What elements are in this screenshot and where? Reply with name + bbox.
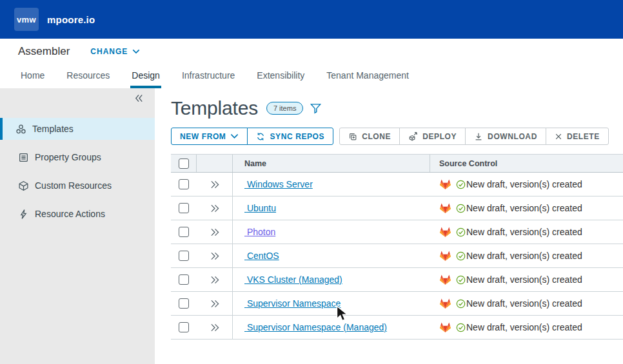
check-circle-icon [456, 323, 466, 332]
toolbar-primary-group: NEW FROMSYNC REPOS [171, 128, 333, 145]
page-title: Templates [171, 97, 258, 119]
sidebar-item-templates[interactable]: Templates [0, 118, 155, 140]
tab-resources[interactable]: Resources [65, 64, 111, 88]
template-name-link[interactable]: VKS Cluster (Managed) [244, 274, 342, 285]
table-header-row: Name Source Control [171, 154, 623, 173]
clone-icon [348, 132, 357, 141]
sidebar-item-label: Property Groups [35, 152, 101, 162]
resource-actions-icon [18, 209, 29, 220]
new-from-button[interactable]: NEW FROM [171, 128, 248, 145]
app-name: Assembler [18, 45, 70, 58]
change-app-button[interactable]: CHANGE [90, 47, 140, 56]
source-control-status: New draft, version(s) created [466, 227, 582, 237]
tab-tenant-management[interactable]: Tenant Management [325, 64, 410, 88]
main-content: Templates 7 items NEW FROMSYNC REPOS CLO… [155, 88, 623, 364]
sync-icon [256, 132, 265, 141]
collapse-sidebar-icon[interactable] [134, 93, 144, 106]
template-name-link[interactable]: CentOS [244, 251, 279, 261]
clone-button[interactable]: CLONE [339, 128, 400, 145]
button-label: DELETE [567, 132, 600, 141]
tab-home[interactable]: Home [19, 64, 46, 88]
button-label: DEPLOY [422, 132, 457, 141]
expand-row-icon[interactable] [210, 252, 220, 260]
gitlab-icon [439, 298, 451, 309]
template-name-link[interactable]: Photon [244, 227, 275, 237]
property-groups-icon [18, 152, 29, 163]
row-checkbox[interactable] [179, 251, 189, 261]
table-row: Windows ServerNew draft, version(s) crea… [171, 173, 623, 196]
tab-infrastructure[interactable]: Infrastructure [181, 64, 236, 88]
vmw-logo-text: vmw [17, 15, 36, 24]
tab-extensibility[interactable]: Extensibility [255, 64, 306, 88]
check-circle-icon [456, 299, 466, 309]
check-circle-icon [456, 251, 466, 261]
gitlab-icon [439, 202, 451, 214]
row-checkbox[interactable] [179, 179, 189, 189]
chevron-down-icon [132, 47, 140, 56]
items-count-badge: 7 items [266, 102, 303, 115]
expand-row-icon[interactable] [210, 300, 220, 308]
gitlab-icon [439, 226, 451, 238]
select-all-checkbox[interactable] [179, 158, 189, 169]
check-circle-icon [456, 204, 466, 213]
chevron-down-icon [230, 133, 239, 139]
vmw-logo[interactable]: vmw [14, 8, 39, 31]
change-label: CHANGE [90, 47, 128, 56]
table-row: Supervisor Namespace (Managed)New draft,… [171, 316, 623, 340]
button-label: SYNC REPOS [270, 132, 324, 141]
row-checkbox[interactable] [179, 322, 189, 332]
sync-repos-button[interactable]: SYNC REPOS [247, 128, 333, 145]
download-icon [474, 132, 483, 141]
sidebar-item-property-groups[interactable]: Property Groups [0, 146, 155, 168]
table-row: VKS Cluster (Managed)New draft, version(… [171, 268, 623, 292]
expand-row-icon[interactable] [210, 323, 220, 332]
check-circle-icon [456, 180, 466, 189]
source-control-status: New draft, version(s) created [466, 322, 582, 332]
expand-row-icon[interactable] [210, 276, 220, 284]
toolbar: NEW FROMSYNC REPOS CLONEDEPLOYDOWNLOADDE… [171, 128, 623, 145]
template-name-link[interactable]: Supervisor Namespace (Managed) [244, 322, 387, 332]
template-name-link[interactable]: Supervisor Namespace [244, 298, 341, 309]
templates-icon [15, 124, 26, 135]
row-checkbox[interactable] [179, 227, 189, 237]
template-name-link[interactable]: Ubuntu [244, 203, 276, 213]
tab-design[interactable]: Design [130, 64, 161, 88]
templates-table: Name Source Control Windows ServerNew dr… [171, 154, 623, 340]
row-checkbox[interactable] [179, 203, 189, 213]
gitlab-icon [439, 321, 451, 333]
delete-button[interactable]: DELETE [546, 128, 609, 145]
sidebar-item-custom-resources[interactable]: Custom Resources [0, 175, 155, 196]
app-header: Assembler CHANGE [0, 39, 623, 64]
download-button[interactable]: DOWNLOAD [465, 128, 546, 145]
gitlab-icon [439, 274, 451, 285]
expand-row-icon[interactable] [210, 180, 220, 189]
sidebar-item-label: Resource Actions [35, 209, 105, 219]
sidebar-item-label: Templates [32, 124, 74, 134]
sidebar-item-label: Custom Resources [35, 180, 112, 191]
expand-row-icon[interactable] [210, 228, 220, 236]
app-window: vmw mpoore.io Assembler CHANGE HomeResou… [0, 0, 623, 364]
button-label: CLONE [362, 132, 391, 141]
filter-funnel-icon[interactable] [310, 103, 322, 114]
row-checkbox[interactable] [179, 298, 189, 309]
sidebar-item-resource-actions[interactable]: Resource Actions [0, 203, 155, 225]
expand-row-icon[interactable] [210, 204, 220, 213]
sidebar-nav: TemplatesProperty GroupsCustom Resources… [0, 118, 155, 231]
row-checkbox[interactable] [179, 274, 189, 285]
table-row: PhotonNew draft, version(s) created [171, 220, 623, 244]
source-control-status: New draft, version(s) created [466, 298, 582, 309]
source-control-status: New draft, version(s) created [466, 203, 582, 213]
table-row: Supervisor NamespaceNew draft, version(s… [171, 292, 623, 316]
column-header-name: Name [244, 159, 266, 168]
sidebar: TemplatesProperty GroupsCustom Resources… [0, 88, 155, 364]
deploy-button[interactable]: DEPLOY [399, 128, 466, 145]
source-control-status: New draft, version(s) created [466, 179, 582, 189]
table-row: UbuntuNew draft, version(s) created [171, 196, 623, 220]
template-name-link[interactable]: Windows Server [244, 179, 313, 189]
button-label: DOWNLOAD [488, 132, 537, 141]
brand-name: mpoore.io [47, 14, 95, 25]
source-control-status: New draft, version(s) created [466, 251, 582, 261]
source-control-status: New draft, version(s) created [466, 274, 582, 285]
table-row: CentOSNew draft, version(s) created [171, 244, 623, 268]
check-circle-icon [456, 275, 466, 285]
